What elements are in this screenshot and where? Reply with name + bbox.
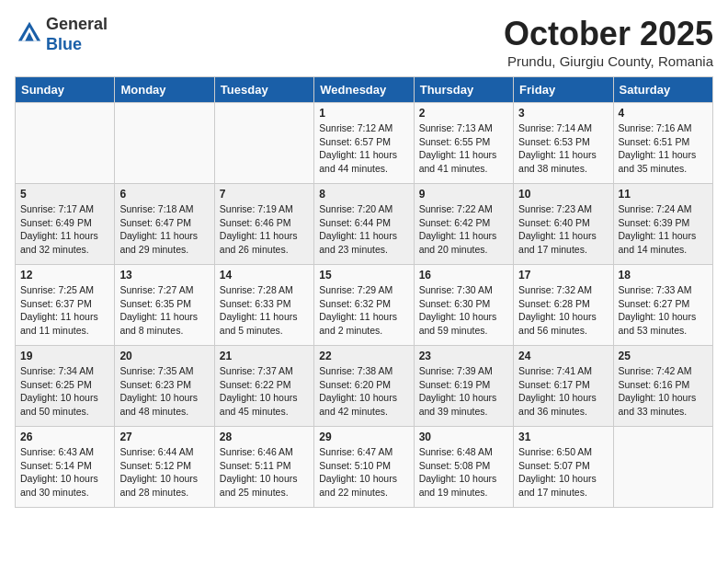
day-number: 20 [119, 350, 209, 362]
day-info: Sunrise: 7:39 AM Sunset: 6:19 PM Dayligh… [419, 364, 508, 419]
day-cell: 19Sunrise: 7:34 AM Sunset: 6:25 PM Dayli… [16, 346, 115, 427]
day-cell: 11Sunrise: 7:24 AM Sunset: 6:39 PM Dayli… [613, 184, 712, 265]
day-info: Sunrise: 7:17 AM Sunset: 6:49 PM Dayligh… [20, 202, 109, 257]
day-cell: 16Sunrise: 7:30 AM Sunset: 6:30 PM Dayli… [414, 265, 513, 346]
day-cell: 2Sunrise: 7:13 AM Sunset: 6:55 PM Daylig… [414, 103, 513, 184]
day-info: Sunrise: 7:22 AM Sunset: 6:42 PM Dayligh… [419, 202, 508, 257]
day-number: 21 [220, 350, 309, 362]
day-info: Sunrise: 7:27 AM Sunset: 6:35 PM Dayligh… [119, 283, 209, 338]
day-number: 27 [119, 431, 209, 443]
day-number: 7 [220, 188, 309, 201]
day-number: 11 [619, 188, 708, 201]
day-cell: 6Sunrise: 7:18 AM Sunset: 6:47 PM Daylig… [115, 184, 214, 265]
day-number: 4 [619, 107, 708, 120]
day-info: Sunrise: 6:43 AM Sunset: 5:14 PM Dayligh… [20, 445, 109, 500]
day-info: Sunrise: 7:30 AM Sunset: 6:30 PM Dayligh… [419, 283, 508, 338]
day-cell: 27Sunrise: 6:44 AM Sunset: 5:12 PM Dayli… [115, 427, 214, 508]
day-number: 6 [119, 188, 209, 201]
day-cell: 13Sunrise: 7:27 AM Sunset: 6:35 PM Dayli… [115, 265, 214, 346]
day-cell: 28Sunrise: 6:46 AM Sunset: 5:11 PM Dayli… [214, 427, 313, 508]
day-info: Sunrise: 7:28 AM Sunset: 6:33 PM Dayligh… [220, 283, 309, 338]
day-number: 8 [319, 188, 408, 201]
day-info: Sunrise: 7:34 AM Sunset: 6:25 PM Dayligh… [20, 364, 109, 419]
day-cell: 17Sunrise: 7:32 AM Sunset: 6:28 PM Dayli… [514, 265, 613, 346]
day-info: Sunrise: 6:44 AM Sunset: 5:12 PM Dayligh… [119, 445, 209, 500]
day-cell: 29Sunrise: 6:47 AM Sunset: 5:10 PM Dayli… [314, 427, 414, 508]
day-cell: 26Sunrise: 6:43 AM Sunset: 5:14 PM Dayli… [16, 427, 115, 508]
day-info: Sunrise: 7:24 AM Sunset: 6:39 PM Dayligh… [619, 202, 708, 257]
day-number: 31 [518, 431, 608, 443]
day-number: 14 [220, 269, 309, 282]
title-block: October 2025 Prundu, Giurgiu County, Rom… [504, 15, 713, 69]
day-cell: 20Sunrise: 7:35 AM Sunset: 6:23 PM Dayli… [115, 346, 214, 427]
day-cell: 25Sunrise: 7:42 AM Sunset: 6:16 PM Dayli… [613, 346, 712, 427]
day-info: Sunrise: 7:12 AM Sunset: 6:57 PM Dayligh… [319, 121, 408, 176]
day-number: 19 [20, 350, 109, 362]
day-info: Sunrise: 6:47 AM Sunset: 5:10 PM Dayligh… [319, 445, 408, 500]
day-number: 5 [20, 188, 109, 201]
day-number: 13 [119, 269, 209, 282]
day-number: 23 [419, 350, 508, 362]
day-cell [613, 427, 712, 508]
day-number: 1 [319, 107, 408, 120]
day-info: Sunrise: 7:29 AM Sunset: 6:32 PM Dayligh… [319, 283, 408, 338]
day-info: Sunrise: 7:20 AM Sunset: 6:44 PM Dayligh… [319, 202, 408, 257]
day-number: 22 [319, 350, 408, 362]
day-info: Sunrise: 6:46 AM Sunset: 5:11 PM Dayligh… [220, 445, 309, 500]
day-cell [214, 103, 313, 184]
week-row-5: 26Sunrise: 6:43 AM Sunset: 5:14 PM Dayli… [16, 427, 713, 508]
day-cell: 15Sunrise: 7:29 AM Sunset: 6:32 PM Dayli… [314, 265, 414, 346]
day-number: 29 [319, 431, 408, 443]
calendar-title: October 2025 [504, 15, 713, 53]
day-info: Sunrise: 7:14 AM Sunset: 6:53 PM Dayligh… [518, 121, 608, 176]
column-header-sunday: Sunday [16, 77, 115, 103]
day-cell: 8Sunrise: 7:20 AM Sunset: 6:44 PM Daylig… [314, 184, 414, 265]
day-cell: 14Sunrise: 7:28 AM Sunset: 6:33 PM Dayli… [214, 265, 313, 346]
day-number: 30 [419, 431, 508, 443]
column-header-tuesday: Tuesday [214, 77, 313, 103]
day-number: 9 [419, 188, 508, 201]
day-info: Sunrise: 7:42 AM Sunset: 6:16 PM Dayligh… [619, 364, 708, 419]
column-header-wednesday: Wednesday [314, 77, 414, 103]
day-cell: 1Sunrise: 7:12 AM Sunset: 6:57 PM Daylig… [314, 103, 414, 184]
day-info: Sunrise: 7:23 AM Sunset: 6:40 PM Dayligh… [518, 202, 608, 257]
week-row-4: 19Sunrise: 7:34 AM Sunset: 6:25 PM Dayli… [16, 346, 713, 427]
logo: General Blue [15, 15, 108, 54]
day-info: Sunrise: 7:25 AM Sunset: 6:37 PM Dayligh… [20, 283, 109, 338]
column-header-saturday: Saturday [613, 77, 712, 103]
day-cell: 12Sunrise: 7:25 AM Sunset: 6:37 PM Dayli… [16, 265, 115, 346]
logo-blue-text: Blue [46, 35, 82, 53]
day-number: 10 [518, 188, 608, 201]
day-cell [16, 103, 115, 184]
day-number: 26 [20, 431, 109, 443]
day-cell: 23Sunrise: 7:39 AM Sunset: 6:19 PM Dayli… [414, 346, 513, 427]
calendar-subtitle: Prundu, Giurgiu County, Romania [504, 53, 713, 69]
day-info: Sunrise: 7:37 AM Sunset: 6:22 PM Dayligh… [220, 364, 309, 419]
column-header-thursday: Thursday [414, 77, 513, 103]
day-cell: 10Sunrise: 7:23 AM Sunset: 6:40 PM Dayli… [514, 184, 613, 265]
day-info: Sunrise: 6:48 AM Sunset: 5:08 PM Dayligh… [419, 445, 508, 500]
day-info: Sunrise: 7:18 AM Sunset: 6:47 PM Dayligh… [119, 202, 209, 257]
day-number: 12 [20, 269, 109, 282]
day-info: Sunrise: 7:16 AM Sunset: 6:51 PM Dayligh… [619, 121, 708, 176]
calendar-table: SundayMondayTuesdayWednesdayThursdayFrid… [15, 76, 713, 508]
day-number: 2 [419, 107, 508, 120]
day-number: 3 [518, 107, 608, 120]
day-cell: 5Sunrise: 7:17 AM Sunset: 6:49 PM Daylig… [16, 184, 115, 265]
column-header-monday: Monday [115, 77, 214, 103]
day-number: 18 [619, 269, 708, 282]
logo-general-text: General [46, 15, 108, 33]
header-row: SundayMondayTuesdayWednesdayThursdayFrid… [16, 77, 713, 103]
day-cell: 22Sunrise: 7:38 AM Sunset: 6:20 PM Dayli… [314, 346, 414, 427]
day-info: Sunrise: 7:35 AM Sunset: 6:23 PM Dayligh… [119, 364, 209, 419]
day-cell [115, 103, 214, 184]
day-info: Sunrise: 7:41 AM Sunset: 6:17 PM Dayligh… [518, 364, 608, 419]
day-info: Sunrise: 7:19 AM Sunset: 6:46 PM Dayligh… [220, 202, 309, 257]
day-cell: 31Sunrise: 6:50 AM Sunset: 5:07 PM Dayli… [514, 427, 613, 508]
day-number: 25 [619, 350, 708, 362]
day-cell: 24Sunrise: 7:41 AM Sunset: 6:17 PM Dayli… [514, 346, 613, 427]
day-info: Sunrise: 7:13 AM Sunset: 6:55 PM Dayligh… [419, 121, 508, 176]
day-cell: 4Sunrise: 7:16 AM Sunset: 6:51 PM Daylig… [613, 103, 712, 184]
week-row-1: 1Sunrise: 7:12 AM Sunset: 6:57 PM Daylig… [16, 103, 713, 184]
day-cell: 3Sunrise: 7:14 AM Sunset: 6:53 PM Daylig… [514, 103, 613, 184]
